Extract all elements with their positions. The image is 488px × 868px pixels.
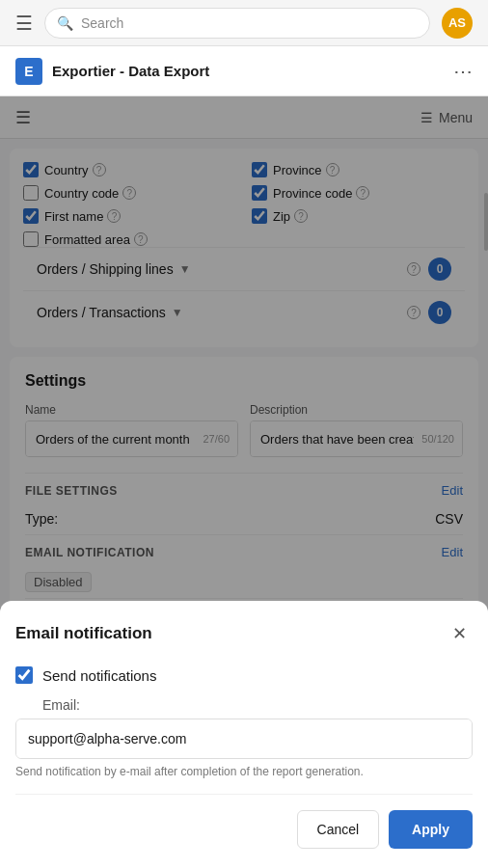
email-notification-modal: Email notification ✕ Send notifications … — [0, 601, 488, 868]
email-input[interactable] — [16, 719, 472, 758]
more-options-icon[interactable]: ⋯ — [453, 60, 473, 83]
modal-title: Email notification — [15, 624, 152, 643]
close-button[interactable]: ✕ — [446, 620, 473, 647]
send-notifications-label: Send notifications — [42, 667, 156, 684]
send-notifications-row: Send notifications — [15, 666, 473, 684]
main-content: ☰ ☰ Menu Country ? — [0, 96, 488, 868]
email-hint: Send notification by e-mail after comple… — [15, 765, 473, 778]
app-header: E Exportier - Data Export ⋯ — [0, 46, 488, 96]
app-title: Exportier - Data Export — [52, 63, 444, 79]
modal-header: Email notification ✕ — [15, 620, 473, 647]
search-icon: 🔍 — [57, 15, 73, 31]
email-field-label: Email: — [42, 697, 473, 713]
apply-button[interactable]: Apply — [389, 810, 473, 849]
cancel-button[interactable]: Cancel — [297, 810, 380, 849]
browser-hamburger-icon[interactable]: ☰ — [15, 12, 33, 35]
send-notifications-checkbox[interactable] — [15, 666, 33, 684]
avatar[interactable]: AS — [442, 8, 473, 39]
search-bar[interactable]: 🔍 Search — [44, 8, 430, 39]
browser-bar: ☰ 🔍 Search AS — [0, 0, 488, 46]
app-icon: E — [15, 58, 42, 85]
email-input-wrapper — [15, 719, 473, 759]
search-placeholder: Search — [81, 15, 123, 31]
modal-footer: Cancel Apply — [15, 794, 473, 868]
